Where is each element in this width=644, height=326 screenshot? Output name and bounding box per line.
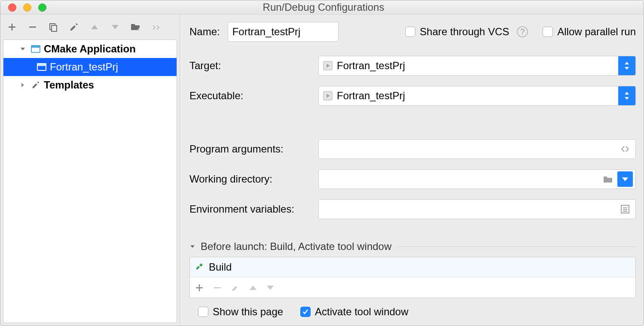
activate-tool-window-label: Activate tool window <box>315 306 408 318</box>
collapse-icon <box>189 244 195 250</box>
target-label: Target: <box>189 60 318 72</box>
config-tree[interactable]: CMake Application Fortran_testPrj Templ <box>3 40 177 323</box>
copy-config-button[interactable] <box>47 21 60 34</box>
tree-node-label: CMake Application <box>44 43 136 55</box>
edit-list-icon[interactable] <box>617 201 633 217</box>
expand-icon <box>20 46 27 52</box>
executable-label: Executable: <box>189 90 318 102</box>
application-icon <box>31 45 40 53</box>
minimize-window-button[interactable] <box>23 3 31 12</box>
edit-templates-button[interactable] <box>67 21 80 34</box>
checkbox-box <box>198 307 208 317</box>
before-launch-item[interactable]: Build <box>190 257 635 277</box>
tree-node-label: Templates <box>44 79 94 91</box>
allow-parallel-run-label: Allow parallel run <box>557 26 636 38</box>
environment-variables-input[interactable] <box>318 199 636 219</box>
checkbox-box <box>300 307 311 317</box>
expand-icon <box>20 82 27 88</box>
move-task-up-button[interactable] <box>249 285 257 290</box>
name-input[interactable] <box>228 22 339 42</box>
working-directory-label: Working directory: <box>189 173 318 185</box>
target-value: Fortran_testPrj <box>337 60 405 72</box>
svg-rect-1 <box>52 25 57 31</box>
application-icon <box>37 63 46 71</box>
add-config-button[interactable] <box>6 21 18 34</box>
allow-parallel-run-checkbox[interactable]: Allow parallel run <box>543 26 636 38</box>
zoom-window-button[interactable] <box>38 3 46 12</box>
separator <box>397 247 636 247</box>
tree-node-cmake-application[interactable]: CMake Application <box>3 40 177 58</box>
help-icon[interactable]: ? <box>517 26 528 37</box>
environment-variables-label: Environment variables: <box>189 203 318 215</box>
wrench-icon <box>31 80 40 90</box>
program-arguments-label: Program arguments: <box>189 143 318 155</box>
tree-node-fortran-testprj[interactable]: Fortran_testPrj <box>3 58 177 76</box>
show-this-page-checkbox[interactable]: Show this page <box>198 306 283 318</box>
executable-icon <box>323 91 333 101</box>
program-arguments-input[interactable] <box>318 139 636 159</box>
dropdown-icon <box>618 86 635 105</box>
share-through-vcs-label: Share through VCS <box>420 26 509 38</box>
activate-tool-window-checkbox[interactable]: Activate tool window <box>300 306 408 318</box>
close-window-button[interactable] <box>8 3 16 12</box>
share-through-vcs-checkbox[interactable]: Share through VCS ? <box>405 26 528 38</box>
run-debug-configurations-window: Run/Debug Configurations <box>0 0 644 326</box>
expand-editor-icon[interactable] <box>617 141 633 157</box>
move-task-down-button[interactable] <box>266 285 274 290</box>
before-launch-header[interactable]: Before launch: Build, Activate tool wind… <box>189 241 636 253</box>
before-launch-item-label: Build <box>209 261 232 273</box>
browse-folder-icon[interactable] <box>600 171 616 187</box>
working-directory-input[interactable] <box>318 169 636 189</box>
before-launch-list: Build <box>189 257 636 298</box>
titlebar: Run/Debug Configurations <box>0 0 644 15</box>
edit-task-button[interactable] <box>231 283 240 292</box>
tree-node-label: Fortran_testPrj <box>50 61 118 73</box>
folder-button[interactable] <box>129 21 142 34</box>
sidebar: CMake Application Fortran_testPrj Templ <box>0 15 180 326</box>
remove-task-button[interactable] <box>213 283 222 292</box>
checkbox-box <box>543 27 553 37</box>
before-launch-toolbar <box>190 277 635 298</box>
remove-config-button[interactable] <box>26 21 39 34</box>
executable-value: Fortran_testPrj <box>337 90 405 102</box>
target-icon <box>323 61 333 70</box>
add-task-button[interactable] <box>195 283 204 292</box>
move-up-button[interactable] <box>88 21 101 34</box>
svg-rect-5 <box>37 64 46 66</box>
working-directory-dropdown[interactable] <box>617 171 633 187</box>
more-button[interactable] <box>150 21 163 34</box>
dropdown-icon <box>618 56 635 75</box>
window-title: Run/Debug Configurations <box>46 1 601 13</box>
before-launch-label: Before launch: Build, Activate tool wind… <box>201 241 391 253</box>
checkbox-box <box>405 27 415 37</box>
show-this-page-label: Show this page <box>213 306 283 318</box>
name-label: Name: <box>189 26 220 38</box>
executable-combobox[interactable]: Fortran_testPrj <box>318 86 636 106</box>
main-panel: Name: Share through VCS ? Allow parallel… <box>180 15 644 326</box>
move-down-button[interactable] <box>109 21 122 34</box>
window-controls <box>0 3 46 12</box>
svg-rect-3 <box>31 46 40 48</box>
hammer-icon <box>194 262 204 272</box>
tree-node-templates[interactable]: Templates <box>3 76 177 94</box>
target-combobox[interactable]: Fortran_testPrj <box>318 56 636 76</box>
sidebar-toolbar <box>0 15 180 40</box>
